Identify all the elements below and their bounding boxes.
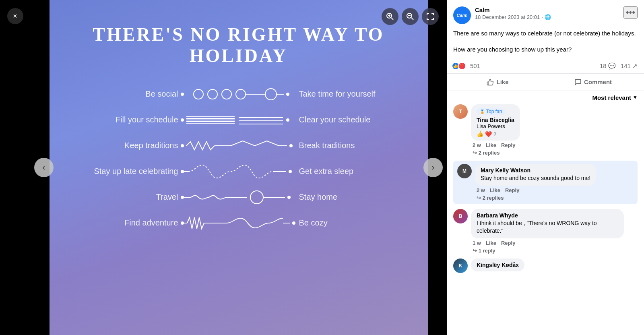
svg-point-34	[181, 196, 184, 199]
share-count[interactable]: 141 ↗	[621, 62, 638, 70]
close-button[interactable]: ×	[7, 8, 23, 24]
next-image-button[interactable]: ›	[423, 158, 443, 177]
replies-link-mary[interactable]: ↪ 2 replies	[475, 195, 596, 201]
page-name: Calm	[475, 6, 623, 13]
svg-line-3	[391, 18, 393, 20]
infographic-row-2: Fill your schedule	[74, 113, 404, 127]
zoom-in-button[interactable]	[382, 8, 398, 25]
comment-button-label: Comment	[584, 79, 612, 85]
comment-reply-action-barbara[interactable]: Reply	[501, 240, 515, 246]
like-button-label: Like	[496, 79, 508, 85]
post-header: Calm Calm 18 December 2023 at 20:01 · 🌐 …	[447, 0, 644, 24]
sort-bar: Most relevant ▼	[447, 91, 644, 104]
meta-counts: 18 💬 141 ↗	[600, 62, 638, 70]
infographic-row-6: Find adventure Be cozy	[74, 216, 404, 230]
image-area: ‹ THERE'S NO RIGHT WAY TO HOLIDAY Be soc…	[30, 0, 447, 335]
comment-like-action-mary[interactable]: Like	[490, 187, 500, 193]
comment-barbara: B Barbara Whyde I think it should be , "…	[453, 209, 638, 254]
reaction-counts[interactable]: 👍 ❤️ 501	[453, 62, 480, 70]
svg-point-15	[286, 93, 289, 96]
replies-link-barbara[interactable]: ↪ 1 reply	[471, 248, 624, 254]
sort-selector[interactable]: Most relevant ▼	[592, 94, 638, 101]
post-meta: 18 December 2023 at 20:01 · 🌐	[475, 14, 623, 20]
comment-like-action[interactable]: Like	[486, 142, 496, 148]
comment-name-mary: Mary Kelly Watson	[481, 167, 590, 174]
comment-text-barbara: I think it should be , "There's no WRONG…	[477, 219, 618, 235]
infographic: THERE'S NO RIGHT WAY TO HOLIDAY Be socia…	[50, 0, 428, 335]
infographic-row-1: Be social Take time for yourself	[74, 87, 404, 101]
zoom-out-button[interactable]	[402, 8, 419, 25]
svg-point-40	[181, 221, 184, 225]
comment-count[interactable]: 18 💬	[600, 62, 616, 70]
like-button[interactable]: Like	[450, 75, 545, 89]
left-panel: ×	[0, 0, 30, 335]
privacy-icon: 🌐	[545, 14, 551, 20]
reactions-bar: 👍 ❤️ 501 18 💬 141 ↗	[447, 59, 644, 74]
comment-avatar-tina[interactable]: T	[453, 104, 468, 119]
svg-point-37	[250, 191, 263, 204]
infographic-row-5: Travel Stay home	[74, 190, 404, 205]
comment-mary: M Mary Kelly Watson Stay home and be coz…	[453, 161, 638, 204]
svg-point-8	[194, 89, 203, 99]
svg-point-26	[181, 144, 184, 147]
post-text-line2: How are you choosing to show up this yea…	[453, 45, 638, 54]
svg-point-9	[208, 89, 217, 99]
infographic-row-4: Stay up late celebrating Get extra sleep	[74, 164, 404, 179]
svg-point-29	[289, 144, 293, 147]
top-fan-badge: 🏅 Top fan	[477, 108, 505, 115]
prev-image-button[interactable]: ‹	[34, 158, 54, 177]
comment-avatar-mary[interactable]: M	[457, 164, 472, 178]
comment-button[interactable]: Comment	[545, 75, 641, 89]
comment-name-tina: Tina Bisceglia	[477, 117, 514, 123]
heart-reaction-icon: ❤️	[458, 62, 466, 70]
comment-name-king: Kīngslëy Kødåx	[477, 262, 519, 268]
comment-name-barbara: Barbara Whyde	[477, 212, 618, 219]
comment-name-lisa: Lisa Powers	[477, 123, 514, 129]
right-panel: Calm Calm 18 December 2023 at 20:01 · 🌐 …	[447, 0, 644, 335]
fullscreen-button[interactable]	[422, 8, 439, 25]
svg-point-13	[265, 89, 277, 100]
infographic-row-3: Keep traditions Break traditions	[74, 139, 404, 153]
comment-like-action-barbara[interactable]: Like	[486, 240, 496, 246]
svg-line-6	[411, 18, 413, 20]
svg-point-30	[181, 170, 184, 173]
svg-point-16	[181, 118, 184, 122]
infographic-title: THERE'S NO RIGHT WAY TO HOLIDAY	[74, 24, 404, 67]
comment-reply-action[interactable]: Reply	[501, 142, 515, 148]
post-text-line1: There are so many ways to celebrate (or …	[453, 29, 638, 38]
comment-avatar-king[interactable]: K	[453, 258, 468, 273]
svg-point-25	[286, 118, 289, 122]
svg-point-33	[289, 170, 292, 173]
comment-text-mary: Stay home and be cozy sounds good to me!	[481, 174, 590, 182]
comment-reply-action-mary[interactable]: Reply	[505, 187, 519, 193]
svg-point-11	[236, 89, 246, 99]
comments-section: T 🏅 Top fan Tina Bisceglia Lisa Powers 👍…	[447, 104, 644, 273]
svg-point-10	[222, 89, 231, 99]
comment-tina: T 🏅 Top fan Tina Bisceglia Lisa Powers 👍…	[453, 104, 638, 156]
svg-point-7	[181, 93, 184, 96]
post-body: There are so many ways to celebrate (or …	[447, 24, 644, 59]
svg-point-44	[292, 221, 295, 225]
chevron-down-icon: ▼	[633, 95, 638, 100]
page-avatar: Calm	[453, 6, 471, 24]
comment-avatar-barbara[interactable]: B	[453, 209, 468, 223]
svg-point-39	[287, 196, 291, 199]
page-info: Calm 18 December 2023 at 20:01 · 🌐	[475, 6, 623, 20]
replies-link-tina[interactable]: ↪ 2 replies	[471, 150, 520, 156]
comment-king: K Kīngslëy Kødåx	[453, 258, 638, 273]
more-options-button[interactable]: •••	[623, 6, 638, 19]
action-buttons: Like Comment	[447, 74, 644, 91]
reaction-count: 501	[470, 62, 480, 69]
